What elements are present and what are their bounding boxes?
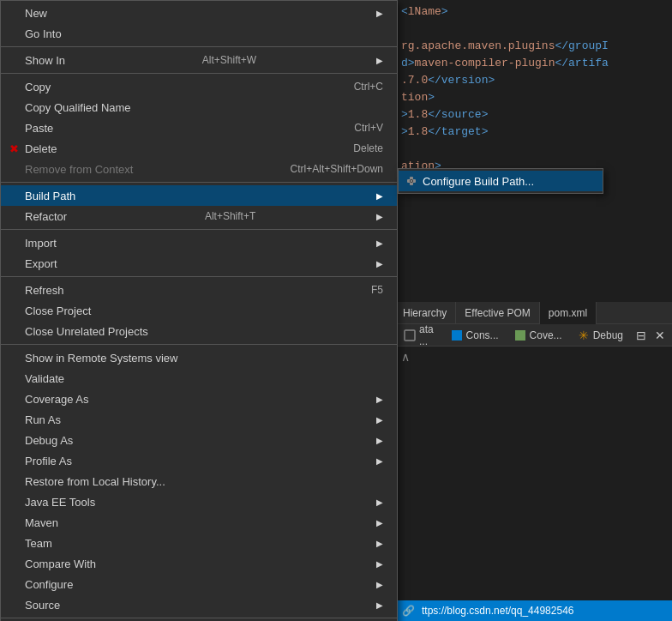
arrow-show-in: ▶: [359, 56, 383, 65]
menu-label-java-ee-tools: Java EE Tools: [25, 496, 95, 509]
menu-item-refactor[interactable]: Refactor Alt+Shift+T ▶: [1, 206, 397, 226]
coverage-tab-icon: [514, 329, 526, 341]
menu-label-team: Team: [25, 537, 52, 550]
menu-label-go-into: Go Into: [25, 27, 62, 40]
menu-item-compare-with[interactable]: Compare With ▶: [1, 553, 397, 574]
menu-label-close-unrelated: Close Unrelated Projects: [25, 325, 148, 338]
shortcut-delete: Delete: [319, 142, 383, 154]
bottom-tab-bar: ata ... Cons... Cove... ✳ Debug ⊟ ✕: [394, 324, 672, 347]
tab-coverage-label: Cove...: [530, 329, 562, 341]
main-panel-area: ∧: [394, 347, 672, 595]
menu-label-paste: Paste: [25, 122, 53, 135]
panel-close-icon[interactable]: ✕: [651, 327, 669, 344]
menu-item-remove-context: Remove from Context Ctrl+Alt+Shift+Down: [1, 159, 397, 179]
delete-x-icon: ✖: [9, 142, 19, 155]
arrow-run-as: ▶: [359, 415, 383, 425]
tab-data[interactable]: ata ...: [398, 321, 441, 350]
menu-item-copy[interactable]: Copy Ctrl+C: [1, 76, 397, 97]
arrow-configure: ▶: [359, 580, 383, 589]
arrow-coverage-as: ▶: [359, 395, 383, 404]
separator-3: [1, 182, 397, 183]
arrow-compare-with: ▶: [359, 559, 383, 569]
tab-console-label: Cons...: [466, 329, 499, 341]
shortcut-paste: Ctrl+V: [320, 122, 383, 134]
separator-2: [1, 73, 397, 74]
menu-label-debug-as: Debug As: [25, 434, 73, 447]
code-line: [401, 141, 665, 158]
menu-item-build-path[interactable]: Build Path ▶: [1, 185, 397, 206]
tab-effective-pom[interactable]: Effective POM: [456, 302, 539, 324]
menu-label-copy: Copy: [25, 81, 51, 93]
menu-label-coverage-as: Coverage As: [25, 393, 88, 406]
menu-item-team[interactable]: Team ▶: [1, 533, 397, 553]
arrow-source: ▶: [359, 600, 383, 610]
submenu-item-configure-build-path[interactable]: Configure Build Path...: [399, 171, 603, 191]
tab-debug-label: Debug: [593, 329, 623, 341]
menu-label-run-as: Run As: [25, 413, 61, 426]
menu-item-show-remote[interactable]: Show in Remote Systems view: [1, 347, 397, 368]
menu-label-copy-qualified: Copy Qualified Name: [25, 101, 131, 114]
menu-item-restore-history[interactable]: Restore from Local History...: [1, 471, 397, 491]
menu-label-refresh: Refresh: [25, 284, 64, 297]
separator-1: [1, 46, 397, 47]
panel-layout-icon[interactable]: ⊟: [633, 327, 650, 344]
tab-console[interactable]: Cons...: [445, 327, 505, 344]
arrow-new: ▶: [359, 9, 383, 18]
menu-item-go-into[interactable]: Go Into: [1, 23, 397, 44]
menu-item-export[interactable]: Export ▶: [1, 253, 397, 274]
menu-label-maven: Maven: [25, 516, 58, 529]
menu-item-source[interactable]: Source ▶: [1, 594, 397, 615]
menu-item-import[interactable]: Import ▶: [1, 232, 397, 253]
menu-label-show-remote: Show in Remote Systems view: [25, 352, 177, 365]
status-url: ttps://blog.csdn.net/qq_44982546: [422, 605, 573, 617]
tab-pom-xml[interactable]: pom.xml: [540, 302, 597, 324]
menu-item-java-ee-tools[interactable]: Java EE Tools ▶: [1, 491, 397, 512]
arrow-export: ▶: [359, 259, 383, 268]
code-line: rg.apache.maven.plugins</groupI: [401, 38, 665, 55]
menu-item-paste[interactable]: Paste Ctrl+V: [1, 118, 397, 138]
menu-item-close-unrelated[interactable]: Close Unrelated Projects: [1, 321, 397, 341]
menu-item-new[interactable]: New ▶: [1, 3, 397, 23]
menu-item-refresh[interactable]: Refresh F5: [1, 280, 397, 300]
submenu-label-configure-build-path: Configure Build Path...: [423, 175, 534, 188]
arrow-team: ▶: [359, 539, 383, 548]
menu-label-show-in: Show In: [25, 54, 65, 67]
menu-label-build-path: Build Path: [25, 190, 75, 202]
panel-toolbar: ⊟ ✕: [633, 327, 669, 344]
code-line: [401, 21, 665, 38]
separator-5: [1, 276, 397, 277]
gear-icon: [404, 175, 419, 187]
menu-item-validate[interactable]: Validate: [1, 368, 397, 389]
menu-item-configure[interactable]: Configure ▶: [1, 574, 397, 594]
svg-point-4: [411, 180, 412, 182]
shortcut-copy: Ctrl+C: [320, 81, 383, 93]
menu-item-coverage-as[interactable]: Coverage As ▶: [1, 389, 397, 409]
arrow-build-path: ▶: [359, 191, 383, 201]
arrow-debug-as: ▶: [359, 436, 383, 445]
menu-item-profile-as[interactable]: Profile As ▶: [1, 450, 397, 471]
menu-label-import: Import: [25, 237, 57, 250]
arrow-refactor: ▶: [359, 212, 383, 221]
arrow-maven: ▶: [359, 518, 383, 528]
menu-item-debug-as[interactable]: Debug As ▶: [1, 430, 397, 450]
menu-item-delete[interactable]: ✖ Delete Delete: [1, 138, 397, 159]
menu-item-run-as[interactable]: Run As ▶: [1, 409, 397, 430]
menu-item-show-in[interactable]: Show In Alt+Shift+W ▶: [1, 50, 397, 70]
tab-debug[interactable]: ✳ Debug: [572, 327, 629, 344]
menu-label-delete: Delete: [25, 142, 57, 155]
menu-label-remove-context: Remove from Context: [25, 163, 133, 176]
menu-label-export: Export: [25, 257, 57, 270]
console-tab-icon: [451, 329, 463, 341]
separator-6: [1, 344, 397, 345]
caret-up-indicator: ∧: [394, 347, 672, 367]
menu-item-copy-qualified[interactable]: Copy Qualified Name: [1, 97, 397, 118]
menu-item-close-project[interactable]: Close Project: [1, 300, 397, 321]
tab-data-label: ata ...: [419, 323, 435, 347]
status-link-icon: 🔗: [401, 604, 415, 618]
menu-item-maven[interactable]: Maven ▶: [1, 512, 397, 533]
data-tab-icon: [404, 329, 416, 341]
context-menu: New ▶ Go Into Show In Alt+Shift+W ▶ Copy…: [0, 0, 398, 621]
tab-coverage[interactable]: Cove...: [508, 327, 568, 344]
arrow-import: ▶: [359, 238, 383, 248]
debug-tab-icon: ✳: [578, 329, 590, 341]
